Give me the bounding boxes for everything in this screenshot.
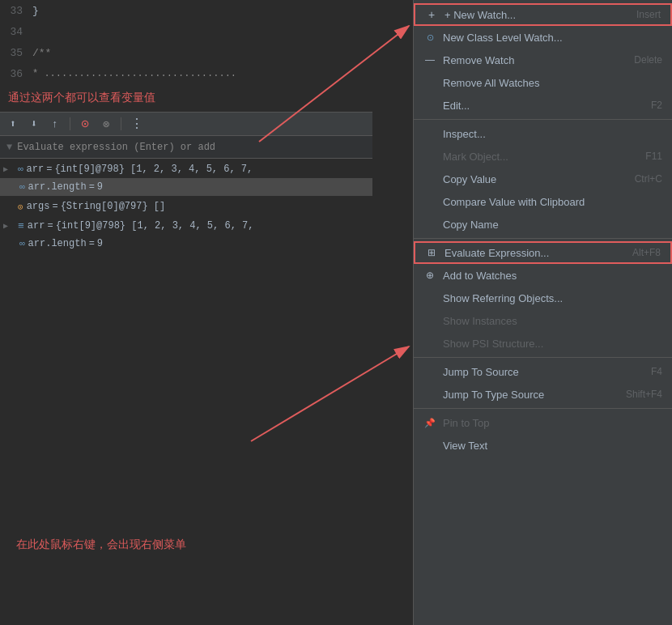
referring-icon [423,291,436,304]
line-number-34: 34 [0,26,32,38]
context-menu[interactable]: + + New Watch... Insert ⊙ New Class Leve… [413,0,672,625]
menu-item-inspect[interactable]: Inspect... [414,122,672,145]
watch-val-arrlength1: 9 [97,181,103,193]
code-line-35: 35 /** [0,42,372,63]
eval-input[interactable]: Evaluate expression (Enter) or add [17,142,215,153]
expand-icon-arr1: ▶ [3,164,15,174]
menu-item-remove-all-left: Remove All Watches [423,76,539,89]
menu-item-referring[interactable]: Show Referring Objects... [414,287,672,309]
menu-item-new-watch[interactable]: + + New Watch... Insert [414,3,672,26]
menu-label-psi: Show PSI Structure... [443,338,543,350]
toolbar-icon-strike[interactable]: ⊗ [98,116,114,132]
expand-icon-args: ▶ [3,202,15,211]
menu-label-jump-type-source: Jump To Type Source [443,389,544,401]
annotation-2: 在此处鼠标右键，会出现右侧菜单 [8,521,194,560]
menu-item-instances: Show Instances [414,309,672,332]
menu-label-edit: Edit... [443,100,470,112]
instances-icon [423,314,436,327]
watch-eq-5: = [89,238,95,249]
menu-separator-4 [414,408,672,409]
menu-item-view-text[interactable]: View Text [414,434,672,457]
watch-val-arrlength2: 9 [97,238,103,249]
watch-item-arr2[interactable]: ▶ ≡ arr = {int[9]@798} [1, 2, 3, 4, 5, 6… [0,217,372,235]
toolbar-icon-down[interactable]: ⬇ [26,116,42,132]
menu-label-copy-name: Copy Name [443,219,499,231]
watch-icon-orange: ⊙ [18,202,23,212]
code-line-34: 34 [0,21,372,42]
watch-name-args: args [27,201,50,212]
line-number-36: 36 [0,68,32,80]
watch-icon-infinity-1: ∞ [18,164,23,174]
code-area: 33 } 34 35 /** 36 * ....................… [0,0,372,84]
left-panel: 33 } 34 35 /** 36 * ....................… [0,0,372,625]
menu-item-edit[interactable]: Edit... F2 [414,94,672,117]
menu-item-evaluate[interactable]: ⊞ Evaluate Expression... Alt+F8 [414,241,672,264]
menu-label-remove-watch: Remove Watch [443,54,514,66]
code-line-36: 36 * ................................. [0,63,372,84]
edit-icon [423,99,436,112]
toolbar-icon-record[interactable]: ⊙ [77,116,93,132]
menu-label-pin: Pin to Top [443,417,490,429]
menu-item-instances-left: Show Instances [423,314,517,327]
menu-item-compare[interactable]: Compare Value with Clipboard [414,190,672,213]
toolbar-icon-up2[interactable]: ⬆ [5,116,21,132]
menu-label-evaluate: Evaluate Expression... [444,247,549,259]
menu-label-inspect: Inspect... [443,128,486,140]
menu-label-jump-source: Jump To Source [443,366,519,378]
menu-shortcut-mark-object: F11 [645,151,662,162]
eval-bar[interactable]: ▼ Evaluate expression (Enter) or add [0,136,372,159]
menu-label-remove-all: Remove All Watches [443,77,539,89]
menu-shortcut-evaluate: Alt+F8 [632,247,661,258]
menu-item-view-text-left: View Text [423,439,487,452]
menu-item-pin: 📌 Pin to Top [414,411,672,434]
toolbar-icon-more[interactable]: ⋮ [128,116,144,132]
menu-item-add-watches[interactable]: ⊕ Add to Watches [414,264,672,287]
menu-shortcut-new-watch: Insert [636,9,661,20]
watch-name-arrlength2: arr.length [28,238,87,249]
menu-item-remove-watch-left: — Remove Watch [423,53,514,66]
watch-item-arrlength1[interactable]: ∞ arr.length = 9 [0,178,372,196]
annotation-1: 通过这两个都可以查看变量值 [0,84,372,112]
menu-item-jump-type-source-left: Jump To Type Source [423,388,544,401]
menu-label-new-watch: + New Watch... [444,9,516,21]
menu-item-copy-value[interactable]: Copy Value Ctrl+C [414,168,672,190]
menu-item-jump-source-left: Jump To Source [423,365,519,378]
watch-item-args[interactable]: ▶ ⊙ args = {String[0]@797} [] [0,198,372,215]
menu-item-psi-left: Show PSI Structure... [423,337,543,350]
menu-item-remove-all[interactable]: Remove All Watches [414,71,672,94]
watch-item-arrlength2[interactable]: ∞ arr.length = 9 [0,235,372,253]
watch-val-args: {String[0]@797} [] [61,201,166,212]
compare-icon [423,195,436,208]
inspect-icon [423,127,436,140]
remove-all-icon [423,76,436,89]
menu-shortcut-edit: F2 [651,100,662,111]
menu-separator-3 [414,357,672,358]
toolbar-icon-up[interactable]: ↑ [47,116,63,132]
menu-item-add-watches-left: ⊕ Add to Watches [423,269,517,282]
menu-item-mark-object-left: Mark Object... [423,150,508,163]
mark-icon [423,150,436,163]
watch-item-arr1[interactable]: ▶ ∞ arr = {int[9]@798} [1, 2, 3, 4, 5, 6… [0,160,372,178]
menu-separator-1 [414,119,672,120]
toolbar-divider-2 [121,117,121,130]
menu-item-new-class-watch[interactable]: ⊙ New Class Level Watch... [414,26,672,49]
menu-item-copy-name[interactable]: Copy Name [414,213,672,236]
menu-shortcut-jump-source: F4 [651,366,662,377]
line-number-33: 33 [0,5,32,17]
menu-item-remove-watch[interactable]: — Remove Watch Delete [414,49,672,71]
menu-label-referring: Show Referring Objects... [443,292,563,304]
menu-item-compare-left: Compare Value with Clipboard [423,195,585,208]
watch-eq-2: = [89,181,95,193]
menu-item-edit-left: Edit... [423,99,470,112]
toolbar-divider-1 [70,117,70,130]
watch-icon-infinity-2: ∞ [19,182,25,192]
psi-icon [423,337,436,350]
add-watches-icon: ⊕ [423,269,436,282]
menu-label-view-text: View Text [443,440,487,452]
menu-item-jump-type-source[interactable]: Jump To Type Source Shift+F4 [414,383,672,406]
menu-item-pin-left: 📌 Pin to Top [423,416,490,429]
menu-label-copy-value: Copy Value [443,173,496,185]
watch-eq-1: = [46,164,52,175]
menu-item-jump-source[interactable]: Jump To Source F4 [414,360,672,383]
menu-label-mark-object: Mark Object... [443,151,508,163]
